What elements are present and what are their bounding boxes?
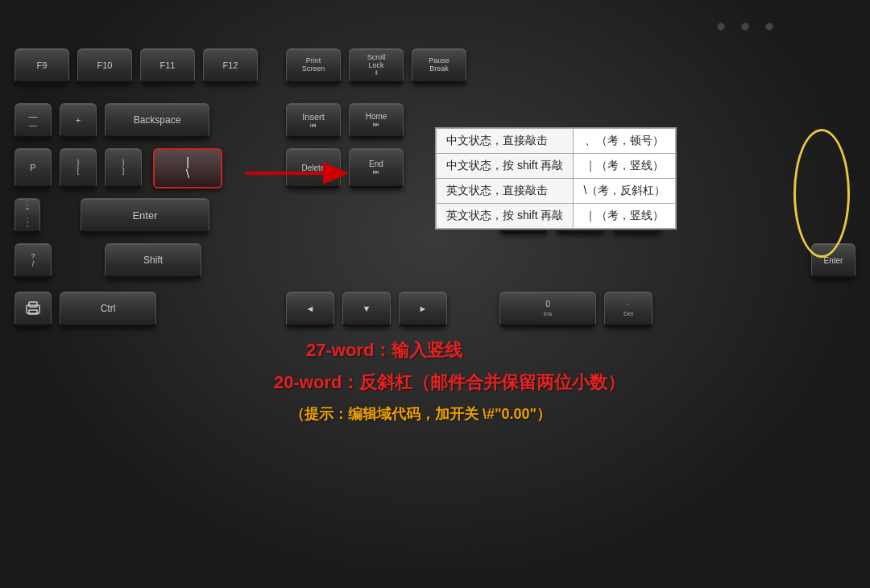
key-plus[interactable]: + [60,103,97,139]
key-minus[interactable]: — — [14,103,52,139]
svg-rect-1 [29,302,37,307]
key-left-brace[interactable]: } [ [60,148,97,188]
key-num-dot[interactable]: · Del [604,292,652,327]
key-backspace[interactable]: Backspace [105,103,209,139]
svg-rect-2 [29,310,37,314]
table-cell-condition: 中文状态，直接敲击 [437,129,574,154]
key-arrow-down[interactable]: ▼ [342,292,391,327]
table-cell-condition: 英文状态，直接敲击 [437,179,574,204]
key-arrow-right[interactable]: ► [399,292,447,327]
key-f10[interactable]: F10 [77,48,132,84]
table-cell-condition: 英文状态，按 shift 再敲 [437,204,574,229]
led-indicator-1 [717,23,725,31]
yellow-circle-annotation [793,129,850,258]
key-p[interactable]: P [14,148,52,188]
key-right-brace[interactable]: } ] [105,148,142,188]
table-cell-condition: 中文状态，按 shift 再敲 [437,154,574,179]
key-colon[interactable]: : " ; ' [14,198,40,234]
key-pipe-backslash[interactable]: | \ [153,148,222,188]
annotation-text-2: 20-word：反斜杠（邮件合并保留两位小数） [274,371,625,395]
key-num0[interactable]: 0 Ins [499,292,596,327]
red-arrow-annotation [238,157,350,189]
key-home[interactable]: Home ⏭ [349,103,404,139]
key-pause-break[interactable]: Pause Break [412,48,466,84]
key-print-screen[interactable]: Print Screen [286,48,341,84]
key-enter[interactable]: Enter [81,198,209,234]
key-f12[interactable]: F12 [203,48,258,84]
key-insert[interactable]: Insert ⏮ [286,103,341,139]
table-cell-result: \（考，反斜杠） [574,179,676,204]
key-print2[interactable] [14,292,52,327]
key-question[interactable]: ? / [14,243,52,279]
key-f11[interactable]: F11 [140,48,195,84]
info-table: 中文状态，直接敲击、（考，顿号）中文状态，按 shift 再敲｜（考，竖线）英文… [435,127,677,230]
key-f9[interactable]: F9 [14,48,69,84]
key-ctrl[interactable]: Ctrl [60,292,156,327]
print-icon [25,300,41,317]
key-arrow-left[interactable]: ◄ [286,292,334,327]
key-scroll-lock[interactable]: Scroll Lock ⬇ [349,48,404,84]
table-cell-result: 、（考，顿号） [574,129,676,154]
annotation-text-3: （提示：编辑域代码，加开关 \#"0.00"） [290,404,551,424]
key-shift[interactable]: Shift [105,243,201,279]
led-indicator-2 [741,23,749,31]
key-end[interactable]: End ⏭ [349,148,404,188]
table-cell-result: ｜（考，竖线） [574,204,676,229]
led-indicator-3 [765,23,773,31]
table-cell-result: ｜（考，竖线） [574,154,676,179]
annotation-text-1: 27-word：输入竖线 [306,338,462,362]
